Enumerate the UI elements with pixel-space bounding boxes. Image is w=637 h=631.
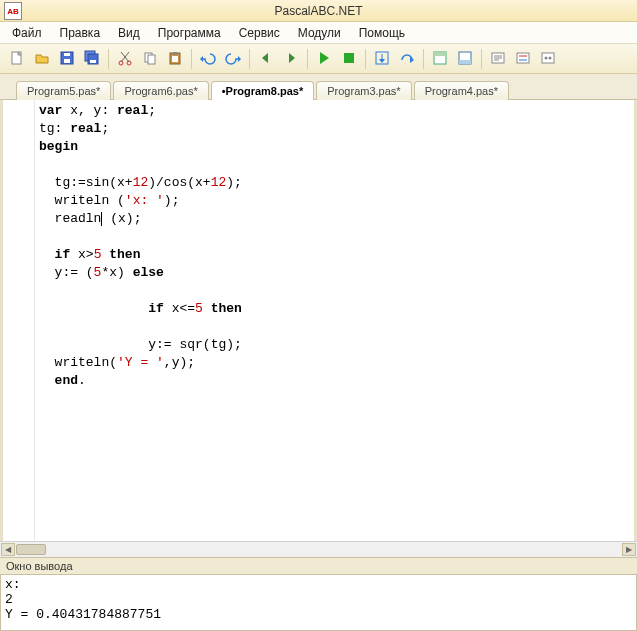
code-token: var (39, 103, 62, 118)
svg-marker-17 (262, 53, 268, 63)
code-token: x, y: (62, 103, 117, 118)
code-line: if x<=5 then (39, 301, 242, 316)
save-file-button[interactable] (56, 48, 78, 70)
code-token: if (148, 301, 164, 316)
undo-icon (200, 50, 216, 68)
stop-button[interactable] (338, 48, 360, 70)
code-token: end (55, 373, 78, 388)
output-panel-title: Окно вывода (0, 557, 637, 575)
code-line: if x>5 then (39, 247, 140, 262)
app-icon: AB (4, 2, 22, 20)
new-file-icon (9, 50, 25, 68)
code-token: readln (39, 211, 101, 226)
replace-icon (515, 50, 531, 68)
editor-tab-4[interactable]: Program4.pas* (414, 81, 509, 100)
svg-rect-4 (64, 53, 70, 56)
code-token: ); (164, 193, 180, 208)
code-token: *x) (101, 265, 132, 280)
editor-tab-3[interactable]: Program3.pas* (316, 81, 411, 100)
code-line: writeln ('x: '); (39, 193, 179, 208)
editor-tab-2[interactable]: •Program8.pas* (211, 81, 315, 100)
code-token (39, 247, 55, 262)
svg-rect-14 (172, 56, 178, 62)
menu-item-4[interactable]: Сервис (231, 24, 288, 42)
toggle-output-icon (457, 50, 473, 68)
code-line: end. (39, 373, 86, 388)
code-token: else (133, 265, 164, 280)
code-token: tg:=sin(x+ (39, 175, 133, 190)
code-token: writeln ( (39, 193, 125, 208)
toggle-panel-button[interactable] (429, 48, 451, 70)
save-all-button[interactable] (81, 48, 103, 70)
svg-rect-32 (517, 53, 529, 63)
save-file-icon (59, 50, 75, 68)
redo-icon (225, 50, 241, 68)
nav-back-icon (258, 50, 274, 68)
code-token: y:= ( (39, 265, 94, 280)
scroll-right-icon[interactable]: ▶ (622, 543, 636, 556)
copy-icon (142, 50, 158, 68)
editor-tab-0[interactable]: Program5.pas* (16, 81, 111, 100)
code-editor[interactable]: var x, y: real; tg: real; begin tg:=sin(… (35, 100, 634, 541)
menu-item-6[interactable]: Помощь (351, 24, 413, 42)
code-token: ,y); (164, 355, 195, 370)
run-icon (316, 50, 332, 68)
editor-hscrollbar[interactable]: ◀ ▶ (0, 541, 637, 557)
step-into-button[interactable] (371, 48, 393, 70)
code-line: var x, y: real; (39, 103, 156, 118)
menu-item-5[interactable]: Модули (290, 24, 349, 42)
code-token: x> (70, 247, 93, 262)
toolbar-separator (307, 49, 308, 69)
code-token: begin (39, 139, 78, 154)
toggle-panel-icon (432, 50, 448, 68)
toolbar-separator (365, 49, 366, 69)
new-file-button[interactable] (6, 48, 28, 70)
step-into-icon (374, 50, 390, 68)
code-token (203, 301, 211, 316)
svg-marker-15 (200, 56, 203, 62)
code-line: tg:=sin(x+12)/cos(x+12); (39, 175, 242, 190)
scroll-left-icon[interactable]: ◀ (1, 543, 15, 556)
app-title: PascalABC.NET (274, 4, 362, 18)
step-over-icon (399, 50, 415, 68)
replace-button[interactable] (512, 48, 534, 70)
svg-rect-35 (542, 53, 554, 63)
svg-point-36 (545, 56, 548, 59)
code-token: . (78, 373, 86, 388)
find-button[interactable] (487, 48, 509, 70)
menu-item-2[interactable]: Вид (110, 24, 148, 42)
copy-button[interactable] (139, 48, 161, 70)
code-line: readln (x); (39, 211, 141, 226)
code-token: ; (148, 103, 156, 118)
nav-back-button[interactable] (255, 48, 277, 70)
paste-button[interactable] (164, 48, 186, 70)
redo-button[interactable] (222, 48, 244, 70)
nav-forward-button[interactable] (280, 48, 302, 70)
menu-item-0[interactable]: Файл (4, 24, 50, 42)
svg-rect-25 (434, 52, 446, 56)
svg-marker-22 (379, 59, 385, 63)
toggle-output-button[interactable] (454, 48, 476, 70)
editor-tab-1[interactable]: Program6.pas* (113, 81, 208, 100)
svg-point-37 (549, 56, 552, 59)
svg-rect-3 (64, 59, 70, 63)
code-token: x<= (164, 301, 195, 316)
paste-icon (167, 50, 183, 68)
cut-icon (117, 50, 133, 68)
code-token (39, 301, 148, 316)
cut-button[interactable] (114, 48, 136, 70)
scroll-thumb[interactable] (16, 544, 46, 555)
open-file-button[interactable] (31, 48, 53, 70)
code-line: begin (39, 139, 78, 154)
undo-button[interactable] (197, 48, 219, 70)
code-line: tg: real; (39, 121, 109, 136)
svg-rect-27 (459, 60, 471, 64)
output-panel[interactable]: x: 2 Y = 0.40431784887751 (0, 575, 637, 631)
menu-item-1[interactable]: Правка (52, 24, 109, 42)
run-button[interactable] (313, 48, 335, 70)
options-button[interactable] (537, 48, 559, 70)
step-over-button[interactable] (396, 48, 418, 70)
toolbar-separator (481, 49, 482, 69)
menu-item-3[interactable]: Программа (150, 24, 229, 42)
code-token: writeln( (39, 355, 117, 370)
